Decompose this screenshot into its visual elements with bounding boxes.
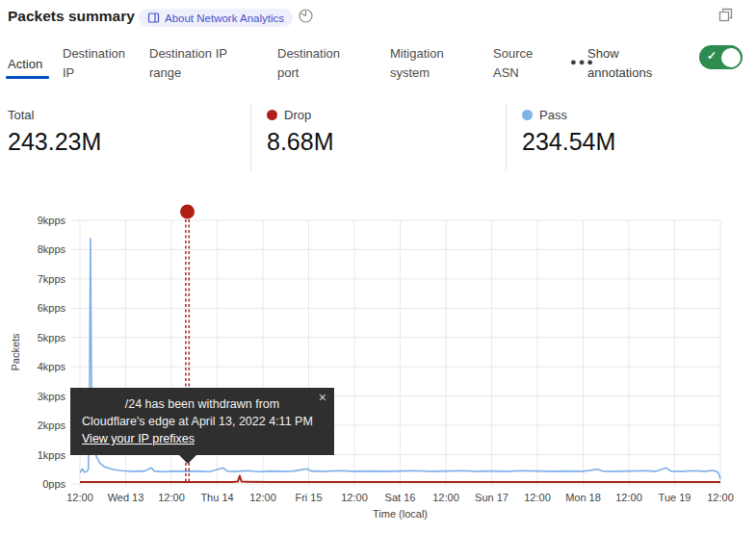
- stat-drop-label: Drop: [284, 108, 311, 122]
- show-annotations-label: Show annotations: [587, 44, 666, 83]
- svg-text:Thu 14: Thu 14: [200, 492, 233, 503]
- view-ip-prefixes-link[interactable]: View your IP prefixes: [82, 430, 195, 447]
- restore-window-icon[interactable]: [717, 7, 734, 23]
- svg-text:Tue 19: Tue 19: [659, 492, 691, 503]
- tab-mitigation-system[interactable]: Mitigation system: [390, 44, 459, 83]
- active-tab-underline: [6, 76, 49, 79]
- pass-legend-dot: [522, 110, 533, 120]
- svg-text:Mon 18: Mon 18: [565, 492, 601, 503]
- svg-text:7kpps: 7kpps: [38, 273, 66, 285]
- svg-text:Fri 15: Fri 15: [295, 492, 322, 503]
- tab-destination-port[interactable]: Destination port: [277, 44, 347, 83]
- tooltip-arrow: [179, 455, 196, 464]
- stat-drop-value: 8.68M: [267, 128, 333, 156]
- annotation-tooltip: × /24 has been withdrawn from Cloudflare…: [70, 388, 334, 455]
- stat-total-label: Total: [8, 108, 34, 122]
- svg-text:12:00: 12:00: [158, 492, 185, 503]
- svg-text:12:00: 12:00: [432, 492, 459, 503]
- svg-text:2kpps: 2kpps: [38, 420, 66, 431]
- stat-pass-label: Pass: [539, 108, 567, 122]
- tooltip-text-line2: Cloudflare's edge at April 13, 2022 4:11…: [82, 413, 323, 430]
- svg-text:12:00: 12:00: [707, 492, 734, 503]
- drop-legend-dot: [267, 110, 277, 120]
- stat-total-value: 243.23M: [8, 128, 101, 156]
- tab-destination-ip-range[interactable]: Destination IP range: [149, 44, 234, 83]
- svg-text:4kpps: 4kpps: [38, 361, 66, 372]
- svg-text:Sat 16: Sat 16: [385, 492, 416, 503]
- stat-pass: Pass 234.54M: [522, 108, 615, 156]
- page-title: Packets summary: [8, 8, 135, 25]
- svg-text:6kpps: 6kpps: [38, 302, 66, 314]
- svg-text:Sun 17: Sun 17: [475, 492, 508, 503]
- svg-text:Time (local): Time (local): [373, 508, 428, 520]
- svg-text:12:00: 12:00: [249, 492, 276, 503]
- stats-divider: [506, 103, 507, 170]
- svg-text:12:00: 12:00: [341, 492, 368, 503]
- svg-text:12:00: 12:00: [66, 492, 93, 503]
- stat-pass-value: 234.54M: [522, 128, 615, 156]
- about-network-analytics-badge[interactable]: About Network Analytics: [139, 9, 293, 27]
- svg-text:8kpps: 8kpps: [38, 243, 66, 255]
- show-annotations-toggle[interactable]: ✓: [699, 45, 743, 69]
- tab-source-asn[interactable]: Source ASN: [493, 44, 539, 83]
- stat-drop: Drop 8.68M: [267, 108, 333, 156]
- svg-text:Wed 13: Wed 13: [108, 492, 144, 503]
- clock-icon[interactable]: [298, 8, 314, 24]
- annotation-dot[interactable]: [180, 205, 195, 219]
- svg-text:5kpps: 5kpps: [38, 332, 66, 343]
- tooltip-text-line1: /24 has been withdrawn from: [82, 395, 323, 413]
- stats-divider: [250, 103, 251, 170]
- svg-text:0pps: 0pps: [42, 478, 65, 490]
- tab-action[interactable]: Action: [8, 55, 42, 74]
- toggle-knob: [721, 48, 741, 67]
- book-icon: [147, 12, 160, 24]
- check-icon: ✓: [707, 49, 717, 63]
- svg-text:9kpps: 9kpps: [38, 215, 66, 226]
- badge-label: About Network Analytics: [165, 13, 284, 24]
- svg-text:12:00: 12:00: [615, 492, 642, 503]
- packets-summary-panel: Packets summary About Network Analytics …: [0, 0, 756, 534]
- svg-text:Packets: Packets: [10, 333, 21, 371]
- stat-total: Total 243.23M: [8, 108, 101, 156]
- tab-destination-ip[interactable]: Destination IP: [63, 44, 132, 83]
- svg-text:1kpps: 1kpps: [38, 449, 66, 461]
- close-icon[interactable]: ×: [319, 391, 326, 404]
- svg-text:12:00: 12:00: [524, 492, 551, 503]
- svg-text:3kpps: 3kpps: [38, 391, 66, 402]
